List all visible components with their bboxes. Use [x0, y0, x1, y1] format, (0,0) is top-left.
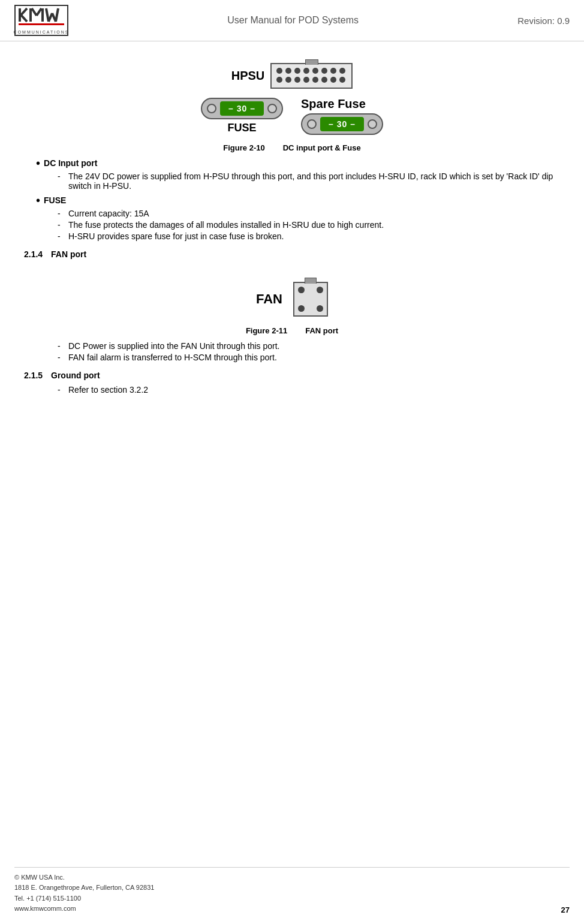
section-214-heading: 2.1.4 FAN port [24, 249, 560, 259]
page-header: COMMUNICATIONS User Manual for POD Syste… [0, 0, 584, 41]
footer-line3: Tel. +1 (714) 515-1100 [14, 893, 154, 904]
dc-input-section: • DC Input port - The 24V DC power is su… [36, 158, 560, 191]
fan-diagram: FAN [256, 282, 328, 317]
bullet-dot-fuse: • [36, 194, 40, 206]
spare-fuse-end-left [307, 119, 317, 129]
sub-dash: - [58, 171, 64, 181]
spare-fuse-end-right [368, 119, 377, 129]
fan-sub2: - FAN fail alarm is transferred to H-SCM… [58, 353, 560, 362]
fuse-end-left [207, 104, 216, 113]
fuse-sub3: - H-SRU provides spare fuse for just in … [58, 231, 560, 241]
section-214-title: FAN port [51, 249, 86, 259]
figure-2-11-number: Figure 2-11 [246, 326, 287, 335]
fuse-sub-list: - Current capacity: 15A - The fuse prote… [58, 209, 560, 241]
ground-sub1: - Refer to section 3.2.2 [58, 385, 560, 395]
fan-sub1: - DC Power is supplied into the FAN Unit… [58, 341, 560, 351]
fan-pin-empty [307, 305, 314, 312]
fan-pin-empty [317, 296, 323, 302]
pin-dot [303, 68, 309, 74]
pin-dot [312, 77, 318, 83]
pin-dot [339, 68, 345, 74]
figure-2-11-description: FAN port [305, 326, 338, 335]
fuse-sub1-text: Current capacity: 15A [68, 209, 149, 218]
pin-dot [330, 68, 336, 74]
fuse-body-value: – 30 – [220, 101, 264, 116]
sub-dash: - [58, 341, 64, 351]
fuse-row: – 30 – FUSE Spare Fuse – 30 – [201, 97, 383, 135]
pin-dot [285, 68, 291, 74]
svg-line-10 [56, 8, 58, 22]
figure-2-10-description: DC input port & Fuse [283, 143, 361, 152]
hpsu-label: HPSU [231, 69, 265, 83]
svg-rect-6 [41, 8, 44, 22]
svg-line-5 [37, 8, 41, 16]
section-214-num: 2.1.4 [24, 249, 43, 259]
fan-pin-empty [307, 296, 314, 302]
sub-dash: - [58, 209, 64, 218]
pin-dot [276, 68, 282, 74]
fan-label: FAN [256, 291, 282, 307]
fan-pin-dot [298, 287, 305, 293]
fan-sub-list: - DC Power is supplied into the FAN Unit… [58, 341, 560, 362]
fan-sub2-text: FAN fail alarm is transferred to H-SCM t… [68, 353, 277, 362]
footer-line2: 1818 E. Orangethrope Ave, Fullerton, CA … [14, 883, 154, 893]
sub-dash: - [58, 385, 64, 395]
kmw-logo-svg [17, 7, 65, 29]
fan-pin-dot [317, 305, 323, 312]
logo-sub-text: COMMUNICATIONS [14, 30, 70, 34]
spare-fuse-area: Spare Fuse – 30 – [301, 97, 383, 135]
ground-sub1-text: Refer to section 3.2.2 [68, 385, 148, 395]
svg-line-1 [21, 8, 27, 15]
fuse-header: FUSE [44, 195, 66, 205]
fan-pin-empty [307, 287, 314, 293]
pin-dot [330, 77, 336, 83]
svg-rect-3 [29, 8, 32, 22]
pin-dot [276, 77, 282, 83]
sub-dash: - [58, 231, 64, 241]
fuse-sub1: - Current capacity: 15A [58, 209, 560, 218]
logo-box: COMMUNICATIONS [14, 5, 68, 36]
fan-sub1-text: DC Power is supplied into the FAN Unit t… [68, 341, 280, 351]
main-fuse-component: – 30 – FUSE [201, 98, 283, 134]
figure-2-10-caption: Figure 2-10 DC input port & Fuse [223, 143, 360, 152]
figure-2-11-area: FAN Figure 2-11 FAN port [24, 271, 560, 335]
fuse-label: FUSE [228, 122, 257, 134]
fuse-sub2: - The fuse protects the damages of all m… [58, 220, 560, 230]
hpsu-connector: HPSU [231, 63, 353, 89]
section-215-title: Ground port [51, 371, 100, 380]
figure-2-11-caption: Figure 2-11 FAN port [246, 326, 338, 335]
pin-dot [294, 68, 300, 74]
pin-dot [321, 77, 327, 83]
dc-input-sub1-text: The 24V DC power is supplied from H-PSU … [68, 171, 560, 191]
pin-dot [285, 77, 291, 83]
bullet-dot-dc: • [36, 157, 40, 169]
revision-label: Revision: 0.9 [517, 16, 570, 26]
ground-section: - Refer to section 3.2.2 [36, 385, 560, 395]
fuse-bullet: • FUSE [36, 195, 560, 206]
page-footer: © KMW USA Inc. 1818 E. Orangethrope Ave,… [14, 867, 570, 914]
footer-line1: © KMW USA Inc. [14, 872, 154, 883]
pin-dot [321, 68, 327, 74]
fan-connector-box [293, 282, 328, 317]
page-number: 27 [561, 905, 570, 914]
hpsu-dot-grid [276, 68, 347, 84]
sub-dash: - [58, 353, 64, 362]
footer-info: © KMW USA Inc. 1818 E. Orangethrope Ave,… [14, 872, 154, 914]
pin-dot [312, 68, 318, 74]
spare-fuse-capsule: – 30 – [301, 113, 383, 135]
fuse-sub2-text: The fuse protects the damages of all mod… [68, 220, 384, 230]
figure-2-10-area: HPSU [24, 63, 560, 152]
fuse-section: • FUSE - Current capacity: 15A - The fus… [36, 195, 560, 241]
fan-sub-section: - DC Power is supplied into the FAN Unit… [36, 341, 560, 362]
figure-2-10-number: Figure 2-10 [223, 143, 264, 152]
section-215-num: 2.1.5 [24, 371, 43, 380]
dc-input-header: DC Input port [44, 158, 97, 168]
pin-dot [294, 77, 300, 83]
logo-area: COMMUNICATIONS [14, 5, 68, 36]
sub-dash: - [58, 220, 64, 230]
section-215-heading: 2.1.5 Ground port [24, 371, 560, 380]
spare-fuse-label: Spare Fuse [301, 97, 366, 111]
document-title: User Manual for POD Systems [227, 15, 359, 26]
hpsu-diagram: HPSU [231, 63, 353, 89]
hpsu-connector-box [270, 63, 353, 89]
